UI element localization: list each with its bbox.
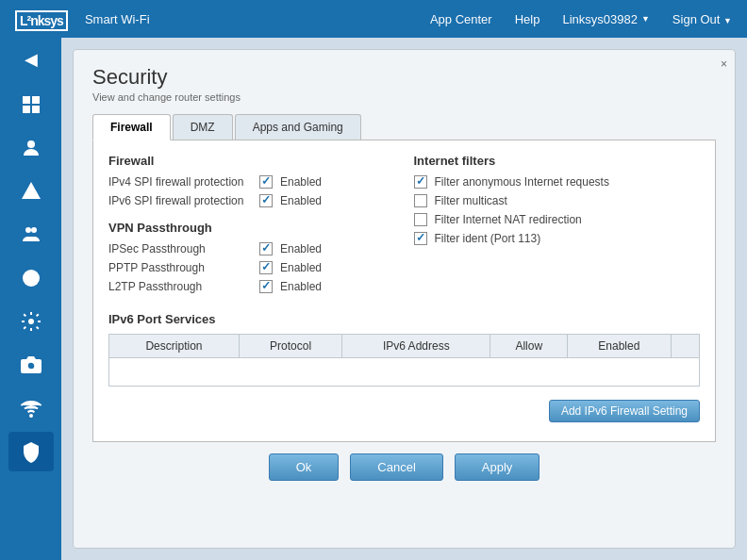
vpn-section: VPN Passthrough IPSec Passthrough Enable… [108, 221, 395, 293]
svg-rect-1 [32, 96, 40, 104]
ipsec-row: IPSec Passthrough Enabled [108, 242, 395, 255]
panel-close-button[interactable]: × [721, 58, 727, 71]
svg-point-4 [27, 140, 35, 148]
svg-point-11 [28, 319, 34, 324]
firewall-section-title: Firewall [108, 154, 395, 168]
l2tp-checkbox[interactable] [259, 280, 273, 293]
ipv4-checkbox[interactable] [259, 175, 273, 189]
ipv6-spi-label: IPv6 SPI firewall protection [108, 194, 259, 207]
sidebar-item-parental[interactable] [8, 215, 54, 255]
logo-bracket: L²nksys [15, 10, 68, 31]
ipv4-row: IPv4 SPI firewall protection Enabled [108, 175, 395, 189]
filter-nat-checkbox[interactable] [414, 213, 427, 226]
l2tp-value: Enabled [280, 280, 322, 293]
ipv4-label: IPv4 SPI firewall protection [108, 175, 259, 189]
filter-ident-label: Filter ident (Port 113) [435, 232, 541, 245]
sidebar-item-devices[interactable] [8, 128, 54, 168]
filter-multicast-group: Filter multicast [414, 194, 507, 207]
col-right: Internet filters Filter anonymous Intern… [414, 154, 701, 299]
cancel-button[interactable]: Cancel [350, 453, 442, 481]
panel: × Security View and change router settin… [73, 49, 736, 549]
pptp-value: Enabled [280, 261, 322, 274]
tab-firewall[interactable]: Firewall [92, 114, 171, 140]
svg-point-7 [25, 227, 31, 233]
ipv6-section: IPv6 Port Services Description Protocol … [108, 312, 700, 387]
l2tp-label: L2TP Passthrough [108, 280, 259, 293]
bottom-buttons: Ok Cancel Apply [92, 453, 716, 481]
user-link[interactable]: Linksys03982 [562, 12, 649, 26]
ipsec-checkbox-group: Enabled [259, 242, 322, 255]
top-bar: L²nksys Smart Wi-Fi App Center Help Link… [0, 0, 747, 38]
sidebar-item-settings[interactable] [8, 302, 54, 341]
user-label: Linksys03982 [562, 12, 638, 26]
tab-apps-gaming[interactable]: Apps and Gaming [235, 114, 361, 140]
ipv6-table: Description Protocol IPv6 Address Allow … [108, 334, 700, 387]
col-enabled: Enabled [568, 335, 671, 358]
ok-button[interactable]: Ok [269, 453, 340, 481]
vpn-section-title: VPN Passthrough [108, 221, 395, 235]
pptp-row: PPTP Passthrough Enabled [108, 261, 395, 274]
ipv6-spi-checkbox[interactable] [259, 194, 273, 207]
filter-ident-group: Filter ident (Port 113) [414, 232, 541, 245]
pptp-label: PPTP Passthrough [108, 261, 259, 274]
col-protocol: Protocol [239, 335, 341, 358]
signout-label: Sign Out [672, 12, 721, 26]
signout-link[interactable]: Sign Out [672, 12, 732, 26]
panel-title: Security [92, 65, 716, 90]
sidebar-item-wifi[interactable] [8, 388, 54, 428]
appcenter-link[interactable]: App Center [430, 12, 492, 26]
tab-dmz[interactable]: DMZ [173, 114, 233, 140]
internet-filters-title: Internet filters [414, 154, 701, 168]
filter-anon-group: Filter anonymous Internet requests [414, 175, 609, 189]
apply-button[interactable]: Apply [455, 453, 540, 481]
filter-multicast-checkbox[interactable] [414, 194, 427, 207]
sidebar-item-camera[interactable] [8, 345, 54, 385]
main-layout: ◀ [0, 38, 747, 560]
filter-nat-label: Filter Internet NAT redirection [435, 213, 582, 226]
ipv6-spi-row: IPv6 SPI firewall protection Enabled [108, 194, 395, 207]
panel-subtitle: View and change router settings [92, 91, 716, 103]
filter-anon-label: Filter anonymous Internet requests [435, 175, 609, 189]
help-link[interactable]: Help [515, 12, 540, 26]
svg-rect-0 [23, 96, 30, 104]
svg-point-13 [30, 415, 32, 417]
ipv6-table-body [109, 358, 700, 387]
filter-multicast-row: Filter multicast [414, 194, 701, 207]
svg-rect-2 [23, 106, 30, 113]
ipv4-value: Enabled [280, 175, 322, 189]
col-actions [671, 335, 700, 358]
svg-rect-6 [30, 195, 32, 197]
svg-rect-3 [32, 106, 40, 113]
tabs: Firewall DMZ Apps and Gaming [92, 114, 716, 140]
back-button[interactable]: ◀ [17, 45, 45, 74]
pptp-checkbox[interactable] [259, 261, 273, 274]
ipv6-section-title: IPv6 Port Services [108, 312, 700, 326]
sidebar-item-dashboard[interactable] [8, 85, 54, 124]
filter-anon-checkbox[interactable] [414, 175, 427, 189]
svg-point-12 [27, 362, 35, 370]
filter-ident-checkbox[interactable] [414, 232, 427, 245]
l2tp-checkbox-group: Enabled [259, 280, 322, 293]
svg-rect-5 [30, 189, 32, 194]
filter-nat-group: Filter Internet NAT redirection [414, 213, 582, 226]
filter-multicast-label: Filter multicast [435, 194, 507, 207]
col-left: Firewall IPv4 SPI firewall protection En… [108, 154, 395, 299]
ipsec-value: Enabled [280, 242, 322, 255]
sidebar-item-alerts[interactable] [8, 172, 54, 211]
ipsec-checkbox[interactable] [259, 242, 273, 255]
filter-anon-row: Filter anonymous Internet requests [414, 175, 701, 189]
content-area: × Security View and change router settin… [61, 38, 747, 560]
logo-area: L²nksys Smart Wi-Fi [15, 8, 150, 30]
logo-linksys: L²nksys [15, 8, 72, 30]
filter-nat-row: Filter Internet NAT redirection [414, 213, 701, 226]
ipsec-label: IPSec Passthrough [108, 242, 259, 255]
sidebar-item-security[interactable] [8, 432, 54, 471]
logo-smartwifi: Smart Wi-Fi [85, 12, 150, 26]
col-ipv6-address: IPv6 Address [342, 335, 490, 358]
two-cols: Firewall IPv4 SPI firewall protection En… [108, 154, 700, 299]
col-allow: Allow [490, 335, 568, 358]
sidebar: ◀ [0, 38, 61, 560]
add-ipv6-button[interactable]: Add IPv6 Firewall Setting [549, 400, 700, 422]
sidebar-item-media[interactable] [8, 258, 54, 298]
top-nav: App Center Help Linksys03982 Sign Out [430, 12, 732, 26]
